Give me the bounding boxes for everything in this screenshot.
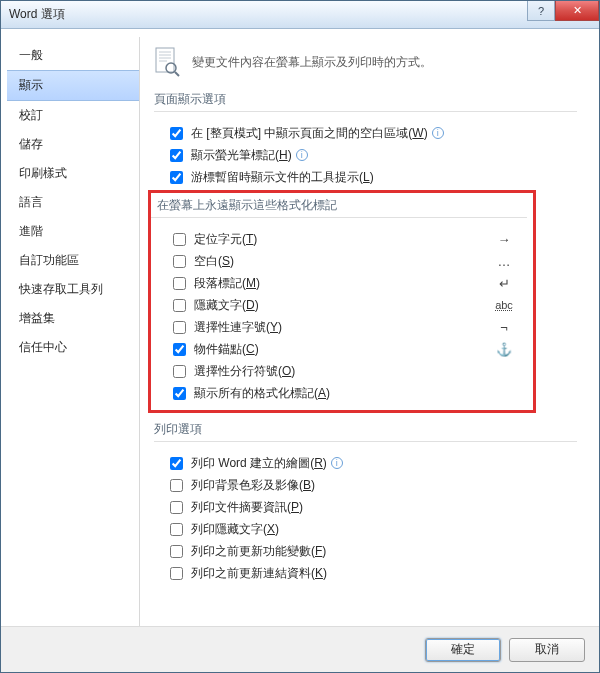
sidebar-item-addins[interactable]: 增益集: [7, 304, 139, 333]
window-title: Word 選項: [9, 6, 65, 23]
glyph-optional-hyphen: ¬: [491, 320, 527, 335]
label-hidden-text[interactable]: 隱藏文字(D): [194, 297, 259, 314]
option-space: 空白(S) …: [151, 250, 527, 272]
option-highlighter: 顯示螢光筆標記(H) i: [154, 144, 577, 166]
section-page-display-title: 頁面顯示選項: [154, 91, 577, 112]
label-paragraph[interactable]: 段落標記(M): [194, 275, 260, 292]
checkbox-space[interactable]: [173, 255, 186, 268]
option-optional-break: 選擇性分行符號(O): [151, 360, 527, 382]
sidebar-item-trust-center[interactable]: 信任中心: [7, 333, 139, 362]
glyph-tab: →: [491, 232, 527, 247]
svg-line-6: [175, 72, 179, 76]
option-paragraph: 段落標記(M) ↵: [151, 272, 527, 294]
label-optional-hyphen[interactable]: 選擇性連字號(Y): [194, 319, 282, 336]
page-display-icon: [154, 47, 182, 77]
formatting-marks-highlight: 在螢幕上永遠顯示這些格式化標記 定位字元(T) → 空白(S) … 段落標記(M…: [148, 190, 536, 413]
sidebar-item-customize-ribbon[interactable]: 自訂功能區: [7, 246, 139, 275]
option-hidden-text: 隱藏文字(D) abc: [151, 294, 527, 316]
option-update-links: 列印之前更新連結資料(K): [154, 562, 577, 584]
sidebar-item-proofing[interactable]: 校訂: [7, 101, 139, 130]
label-whitespace[interactable]: 在 [整頁模式] 中顯示頁面之間的空白區域(W): [191, 125, 428, 142]
sidebar-item-typography[interactable]: 印刷樣式: [7, 159, 139, 188]
cancel-button[interactable]: 取消: [509, 638, 585, 662]
checkbox-tab[interactable]: [173, 233, 186, 246]
label-object-anchor[interactable]: 物件錨點(C): [194, 341, 259, 358]
option-object-anchor: 物件錨點(C) ⚓: [151, 338, 527, 360]
titlebar[interactable]: Word 選項 ? ✕: [1, 1, 599, 29]
sidebar-item-language[interactable]: 語言: [7, 188, 139, 217]
checkbox-update-fields[interactable]: [170, 545, 183, 558]
checkbox-show-all[interactable]: [173, 387, 186, 400]
checkbox-hidden-text[interactable]: [173, 299, 186, 312]
label-print-hidden[interactable]: 列印隱藏文字(X): [191, 521, 279, 538]
label-tab[interactable]: 定位字元(T): [194, 231, 257, 248]
label-print-background[interactable]: 列印背景色彩及影像(B): [191, 477, 315, 494]
option-print-hidden: 列印隱藏文字(X): [154, 518, 577, 540]
glyph-space: …: [491, 254, 527, 269]
checkbox-optional-hyphen[interactable]: [173, 321, 186, 334]
checkbox-print-drawings[interactable]: [170, 457, 183, 470]
label-show-all[interactable]: 顯示所有的格式化標記(A): [194, 385, 330, 402]
option-print-properties: 列印文件摘要資訊(P): [154, 496, 577, 518]
checkbox-print-hidden[interactable]: [170, 523, 183, 536]
label-highlighter[interactable]: 顯示螢光筆標記(H): [191, 147, 292, 164]
section-print-title: 列印選項: [154, 421, 577, 442]
main-panel: 變更文件內容在螢幕上顯示及列印時的方式。 頁面顯示選項 在 [整頁模式] 中顯示…: [139, 37, 593, 626]
dialog-body: 一般 顯示 校訂 儲存 印刷樣式 語言 進階 自訂功能區 快速存取工具列 增益集…: [1, 29, 599, 626]
sidebar-item-quick-access[interactable]: 快速存取工具列: [7, 275, 139, 304]
close-button[interactable]: ✕: [555, 1, 599, 21]
close-icon: ✕: [573, 4, 582, 17]
label-space[interactable]: 空白(S): [194, 253, 234, 270]
option-update-fields: 列印之前更新功能變數(F): [154, 540, 577, 562]
info-icon[interactable]: i: [432, 127, 444, 139]
checkbox-whitespace[interactable]: [170, 127, 183, 140]
option-show-all: 顯示所有的格式化標記(A): [151, 382, 527, 404]
info-icon[interactable]: i: [296, 149, 308, 161]
option-whitespace: 在 [整頁模式] 中顯示頁面之間的空白區域(W) i: [154, 122, 577, 144]
checkbox-object-anchor[interactable]: [173, 343, 186, 356]
option-optional-hyphen: 選擇性連字號(Y) ¬: [151, 316, 527, 338]
option-tab: 定位字元(T) →: [151, 228, 527, 250]
sidebar-item-general[interactable]: 一般: [7, 41, 139, 70]
info-icon[interactable]: i: [331, 457, 343, 469]
dialog-footer: 確定 取消: [1, 626, 599, 672]
help-button[interactable]: ?: [527, 1, 555, 21]
checkbox-paragraph[interactable]: [173, 277, 186, 290]
checkbox-print-background[interactable]: [170, 479, 183, 492]
glyph-paragraph: ↵: [491, 276, 527, 291]
checkbox-print-properties[interactable]: [170, 501, 183, 514]
sidebar-item-advanced[interactable]: 進階: [7, 217, 139, 246]
checkbox-optional-break[interactable]: [173, 365, 186, 378]
option-print-drawings: 列印 Word 建立的繪圖(R) i: [154, 452, 577, 474]
glyph-anchor: ⚓: [491, 342, 527, 357]
glyph-hidden-text: abc: [491, 299, 527, 311]
panel-description: 變更文件內容在螢幕上顯示及列印時的方式。: [192, 54, 432, 71]
label-update-links[interactable]: 列印之前更新連結資料(K): [191, 565, 327, 582]
option-print-background: 列印背景色彩及影像(B): [154, 474, 577, 496]
category-sidebar: 一般 顯示 校訂 儲存 印刷樣式 語言 進階 自訂功能區 快速存取工具列 增益集…: [7, 37, 139, 626]
label-print-properties[interactable]: 列印文件摘要資訊(P): [191, 499, 303, 516]
checkbox-tooltips[interactable]: [170, 171, 183, 184]
word-options-dialog: Word 選項 ? ✕ 一般 顯示 校訂 儲存 印刷樣式 語言 進階 自訂功能區…: [0, 0, 600, 673]
label-update-fields[interactable]: 列印之前更新功能變數(F): [191, 543, 326, 560]
sidebar-item-save[interactable]: 儲存: [7, 130, 139, 159]
label-tooltips[interactable]: 游標暫留時顯示文件的工具提示(L): [191, 169, 374, 186]
checkbox-update-links[interactable]: [170, 567, 183, 580]
label-print-drawings[interactable]: 列印 Word 建立的繪圖(R): [191, 455, 327, 472]
panel-header: 變更文件內容在螢幕上顯示及列印時的方式。: [154, 47, 577, 77]
section-formatting-title: 在螢幕上永遠顯示這些格式化標記: [151, 197, 527, 218]
checkbox-highlighter[interactable]: [170, 149, 183, 162]
sidebar-item-display[interactable]: 顯示: [7, 70, 139, 101]
titlebar-controls: ? ✕: [527, 1, 599, 21]
ok-button[interactable]: 確定: [425, 638, 501, 662]
label-optional-break[interactable]: 選擇性分行符號(O): [194, 363, 295, 380]
option-tooltips: 游標暫留時顯示文件的工具提示(L): [154, 166, 577, 188]
